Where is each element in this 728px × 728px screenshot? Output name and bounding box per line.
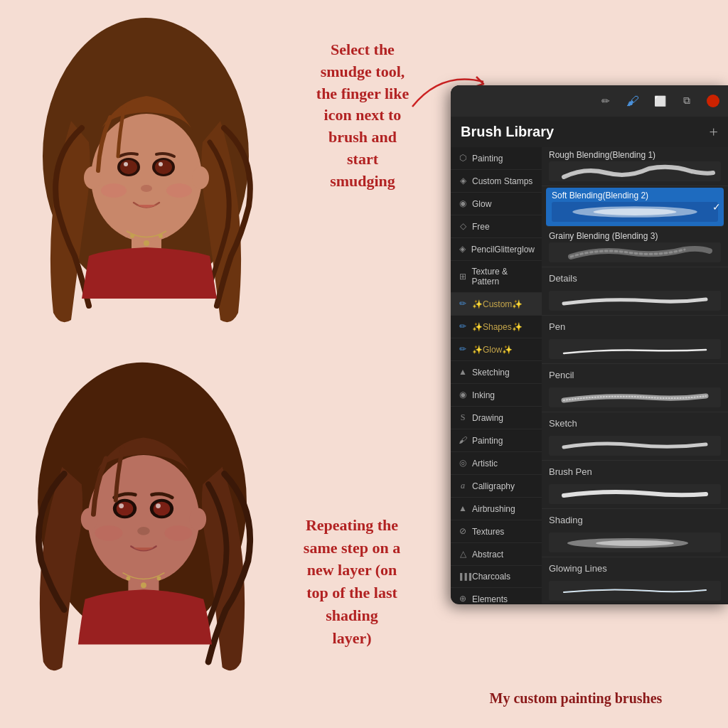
brush-section-details: Details [542,267,728,287]
svg-point-35 [594,208,677,215]
calligraphy-icon: a [458,481,468,491]
category-label-textures: Textures [472,527,504,537]
category-item-pencilglitterglow[interactable]: ◈ PencilGlitterglow [451,238,542,261]
category-label-glow: Glow [472,199,491,209]
brush-item-grainy-blending[interactable]: Grainy Blending (Blending 3) [542,228,728,267]
category-item-charcoals[interactable]: ▐▐▐ Charcoals [451,566,542,588]
category-item-abstract[interactable]: △ Abstract [451,543,542,566]
category-item-texture-pattern[interactable]: ⊞ Texture & Pattern [451,261,542,293]
drawing-icon: S [458,412,468,423]
brush-stroke-rough [549,161,721,181]
pencilglitterglow-icon: ◈ [458,244,467,255]
category-item-sketching[interactable]: ▲ Sketching [451,361,542,384]
panel-header-bar: ✏ 🖌 ⬜ ⧉ [451,85,728,117]
brush-label-grainy-blending: Grainy Blending (Blending 3) [549,231,721,241]
texture-pattern-icon: ⊞ [458,272,467,282]
panel-title-row: Brush Library + [451,117,728,147]
category-item-custom-stamps[interactable]: ◈ Custom Stamps [451,170,542,193]
category-item-free[interactable]: ◇ Free [451,215,542,238]
svg-point-12 [101,183,127,198]
glow2-icon: ✏ [458,344,468,355]
airbrushing-icon: ▲ [458,503,468,514]
svg-point-25 [154,502,171,516]
charcoals-icon: ▐▐▐ [458,573,468,580]
category-item-artistic[interactable]: ◎ Artistic [451,452,542,475]
category-label-glow2: ✨Glow✨ [472,345,513,355]
category-item-shapes[interactable]: ✏ ✨Shapes✨ [451,316,542,338]
painting-icon: ⬡ [458,153,468,164]
inking-icon: ◉ [458,390,468,400]
brush-stroke-pen [549,339,721,359]
add-brush-button[interactable]: + [710,124,718,140]
eraser-tool-icon[interactable]: ⬜ [653,94,667,108]
svg-point-26 [119,503,124,508]
brush-item-pen[interactable] [542,335,728,364]
category-label-shapes: ✨Shapes✨ [472,322,523,332]
pencil-tool-icon[interactable]: ✏ [599,94,613,108]
category-item-painting2[interactable]: 🖌 Painting [451,429,542,452]
svg-point-29 [95,525,122,541]
category-item-custom[interactable]: ✏ ✨Custom✨ [451,293,542,316]
category-item-inking[interactable]: ◉ Inking [451,384,542,407]
svg-point-15 [130,234,134,238]
brush-stroke-shading [549,532,721,552]
sketching-icon: ▲ [458,367,468,378]
brush-stroke-brush-pen [549,484,721,504]
category-label-artistic: Artistic [472,459,498,469]
category-label-elements: Elements [472,594,508,604]
brush-item-glowing-lines[interactable] [542,577,728,604]
category-label-abstract: Abstract [472,550,503,560]
svg-point-11 [141,185,152,192]
brush-stroke-details [549,291,721,311]
free-icon: ◇ [458,221,468,232]
brush-section-brush-pen: Brush Pen [542,461,728,480]
brush-label-rough-blending: Rough Blending(Blending 1) [549,150,721,160]
brush-section-shading: Shading [542,509,728,528]
glow-icon: ◉ [458,198,468,209]
brush-stroke-grainy [549,242,721,262]
category-item-glow[interactable]: ◉ Glow [451,193,542,215]
brush-item-brush-pen[interactable] [542,480,728,509]
selected-checkmark: ✓ [712,201,721,213]
brush-item-pencil[interactable] [542,383,728,412]
brush-stroke-sketch [549,436,721,456]
custom-stamps-icon: ◈ [458,176,468,186]
category-label-inking: Inking [472,390,495,400]
brush-item-sketch[interactable] [542,432,728,461]
brush-item-details[interactable] [542,287,728,316]
category-label-custom: ✨Custom✨ [472,299,523,309]
category-label-sketching: Sketching [472,368,510,378]
svg-point-4 [192,166,209,189]
color-dot[interactable] [707,95,719,107]
svg-point-31 [141,582,146,588]
category-list: ⬡ Painting ◈ Custom Stamps ◉ Glow ◇ Free… [451,147,542,604]
category-label-pencilglitterglow: PencilGlitterglow [471,245,535,255]
panel-body: ⬡ Painting ◈ Custom Stamps ◉ Glow ◇ Free… [451,147,728,604]
category-item-elements[interactable]: ⊕ Elements [451,588,542,604]
svg-point-19 [88,455,200,583]
brush-tool-icon[interactable]: 🖌 [626,94,640,108]
brush-item-soft-blending[interactable]: Soft Blending(Blending 2) ✓ [546,188,724,227]
layers-icon[interactable]: ⧉ [680,94,694,108]
category-item-glow2[interactable]: ✏ ✨Glow✨ [451,338,542,361]
svg-point-9 [124,162,128,166]
category-label-texture-pattern: Texture & Pattern [471,267,535,287]
abstract-icon: △ [458,549,468,560]
svg-point-33 [157,577,161,581]
category-item-textures[interactable]: ⊘ Textures [451,520,542,543]
category-item-painting[interactable]: ⬡ Painting [451,147,542,170]
svg-point-32 [126,577,130,581]
brush-item-rough-blending[interactable]: Rough Blending(Blending 1) [542,147,728,186]
page-container: Select the smudge tool, the finger like … [0,0,728,728]
category-item-calligraphy[interactable]: a Calligraphy [451,475,542,498]
brush-section-glowing-lines: Glowing Lines [542,557,728,577]
svg-point-16 [159,234,163,238]
svg-point-24 [117,502,134,516]
char-bottom-illustration [7,355,277,697]
brush-item-shading[interactable] [542,528,728,557]
category-label-calligraphy: Calligraphy [472,481,515,491]
category-item-drawing[interactable]: S Drawing [451,407,542,429]
category-item-airbrushing[interactable]: ▲ Airbrushing [451,498,542,520]
textures-icon: ⊘ [458,526,468,537]
shapes-icon: ✏ [458,321,468,332]
